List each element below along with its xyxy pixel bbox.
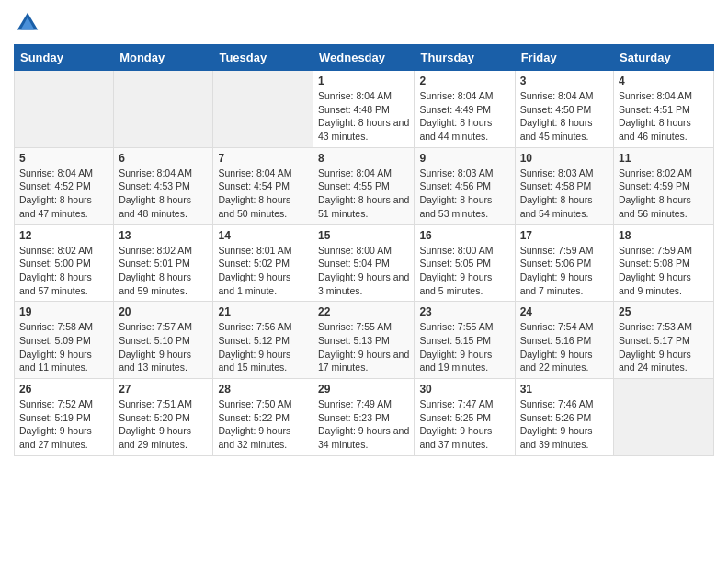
day-number: 13 xyxy=(119,229,208,242)
day-info: Sunrise: 8:03 AM Sunset: 4:56 PM Dayligh… xyxy=(419,167,509,221)
calendar-cell: 16Sunrise: 8:00 AM Sunset: 5:05 PM Dayli… xyxy=(415,224,515,302)
weekday-header-wednesday: Wednesday xyxy=(313,45,415,71)
day-number: 6 xyxy=(119,152,208,165)
calendar-cell: 30Sunrise: 7:47 AM Sunset: 5:25 PM Dayli… xyxy=(415,379,515,456)
day-info: Sunrise: 8:01 AM Sunset: 5:02 PM Dayligh… xyxy=(218,244,308,298)
calendar-cell: 29Sunrise: 7:49 AM Sunset: 5:23 PM Dayli… xyxy=(313,379,415,456)
day-number: 17 xyxy=(520,229,609,242)
calendar-cell: 11Sunrise: 8:02 AM Sunset: 4:59 PM Dayli… xyxy=(614,147,714,224)
calendar-cell: 5Sunrise: 8:04 AM Sunset: 4:52 PM Daylig… xyxy=(15,147,114,224)
calendar-cell xyxy=(213,71,313,148)
day-number: 30 xyxy=(419,383,509,396)
weekday-header-thursday: Thursday xyxy=(415,45,515,71)
calendar-cell: 31Sunrise: 7:46 AM Sunset: 5:26 PM Dayli… xyxy=(515,379,613,456)
calendar-cell: 3Sunrise: 8:04 AM Sunset: 4:50 PM Daylig… xyxy=(515,71,613,148)
week-row-1: 1Sunrise: 8:04 AM Sunset: 4:48 PM Daylig… xyxy=(15,71,714,148)
page-container: SundayMondayTuesdayWednesdayThursdayFrid… xyxy=(0,0,728,465)
day-info: Sunrise: 8:04 AM Sunset: 4:50 PM Dayligh… xyxy=(520,89,609,144)
day-number: 23 xyxy=(419,305,509,318)
day-number: 16 xyxy=(419,229,509,242)
calendar-cell: 2Sunrise: 8:04 AM Sunset: 4:49 PM Daylig… xyxy=(415,71,515,148)
calendar-cell xyxy=(114,71,213,148)
calendar-cell: 7Sunrise: 8:04 AM Sunset: 4:54 PM Daylig… xyxy=(213,147,313,224)
header xyxy=(14,9,714,37)
day-number: 5 xyxy=(19,152,108,165)
day-number: 22 xyxy=(318,305,409,318)
day-info: Sunrise: 8:04 AM Sunset: 4:53 PM Dayligh… xyxy=(119,167,208,221)
calendar-cell: 9Sunrise: 8:03 AM Sunset: 4:56 PM Daylig… xyxy=(415,147,515,224)
calendar-cell: 25Sunrise: 7:53 AM Sunset: 5:17 PM Dayli… xyxy=(614,302,714,379)
day-number: 18 xyxy=(619,229,709,242)
day-info: Sunrise: 7:54 AM Sunset: 5:16 PM Dayligh… xyxy=(520,320,609,374)
calendar-cell: 8Sunrise: 8:04 AM Sunset: 4:55 PM Daylig… xyxy=(313,147,415,224)
day-info: Sunrise: 8:04 AM Sunset: 4:52 PM Dayligh… xyxy=(19,167,108,221)
day-info: Sunrise: 8:04 AM Sunset: 4:48 PM Dayligh… xyxy=(318,89,409,144)
day-info: Sunrise: 7:56 AM Sunset: 5:12 PM Dayligh… xyxy=(218,320,308,374)
day-number: 8 xyxy=(318,152,409,165)
day-number: 19 xyxy=(19,305,108,318)
calendar-cell: 17Sunrise: 7:59 AM Sunset: 5:06 PM Dayli… xyxy=(515,224,613,302)
day-info: Sunrise: 7:50 AM Sunset: 5:22 PM Dayligh… xyxy=(218,397,308,452)
day-number: 3 xyxy=(520,75,609,87)
day-number: 11 xyxy=(619,152,709,165)
day-number: 28 xyxy=(218,383,308,396)
calendar-cell xyxy=(614,379,714,456)
calendar-table: SundayMondayTuesdayWednesdayThursdayFrid… xyxy=(14,44,714,456)
weekday-header-friday: Friday xyxy=(515,45,613,71)
calendar-cell: 23Sunrise: 7:55 AM Sunset: 5:15 PM Dayli… xyxy=(415,302,515,379)
calendar-cell: 1Sunrise: 8:04 AM Sunset: 4:48 PM Daylig… xyxy=(313,71,415,148)
week-row-5: 26Sunrise: 7:52 AM Sunset: 5:19 PM Dayli… xyxy=(15,379,714,456)
day-info: Sunrise: 7:52 AM Sunset: 5:19 PM Dayligh… xyxy=(19,397,108,452)
day-number: 31 xyxy=(520,383,609,396)
day-info: Sunrise: 8:04 AM Sunset: 4:51 PM Dayligh… xyxy=(619,89,709,144)
day-info: Sunrise: 8:03 AM Sunset: 4:58 PM Dayligh… xyxy=(520,167,609,221)
calendar-cell: 24Sunrise: 7:54 AM Sunset: 5:16 PM Dayli… xyxy=(515,302,613,379)
day-info: Sunrise: 8:02 AM Sunset: 4:59 PM Dayligh… xyxy=(619,167,709,221)
calendar-cell: 28Sunrise: 7:50 AM Sunset: 5:22 PM Dayli… xyxy=(213,379,313,456)
weekday-header-saturday: Saturday xyxy=(614,45,714,71)
day-number: 20 xyxy=(119,305,208,318)
calendar-cell: 13Sunrise: 8:02 AM Sunset: 5:01 PM Dayli… xyxy=(114,224,213,302)
calendar-cell: 4Sunrise: 8:04 AM Sunset: 4:51 PM Daylig… xyxy=(614,71,714,148)
day-number: 7 xyxy=(218,152,308,165)
day-number: 14 xyxy=(218,229,308,242)
day-info: Sunrise: 7:47 AM Sunset: 5:25 PM Dayligh… xyxy=(419,397,509,452)
day-info: Sunrise: 7:55 AM Sunset: 5:13 PM Dayligh… xyxy=(318,320,409,374)
day-number: 25 xyxy=(619,305,709,318)
day-number: 29 xyxy=(318,383,409,396)
weekday-header-tuesday: Tuesday xyxy=(213,45,313,71)
day-info: Sunrise: 8:00 AM Sunset: 5:05 PM Dayligh… xyxy=(419,244,509,298)
day-number: 9 xyxy=(419,152,509,165)
week-row-2: 5Sunrise: 8:04 AM Sunset: 4:52 PM Daylig… xyxy=(15,147,714,224)
calendar-cell: 14Sunrise: 8:01 AM Sunset: 5:02 PM Dayli… xyxy=(213,224,313,302)
calendar-cell: 22Sunrise: 7:55 AM Sunset: 5:13 PM Dayli… xyxy=(313,302,415,379)
calendar-cell xyxy=(15,71,114,148)
day-info: Sunrise: 7:59 AM Sunset: 5:08 PM Dayligh… xyxy=(619,244,709,298)
calendar-cell: 27Sunrise: 7:51 AM Sunset: 5:20 PM Dayli… xyxy=(114,379,213,456)
day-number: 24 xyxy=(520,305,609,318)
calendar-cell: 15Sunrise: 8:00 AM Sunset: 5:04 PM Dayli… xyxy=(313,224,415,302)
day-number: 15 xyxy=(318,229,409,242)
day-info: Sunrise: 7:46 AM Sunset: 5:26 PM Dayligh… xyxy=(520,397,609,452)
logo-icon xyxy=(14,9,41,37)
day-number: 2 xyxy=(419,75,509,87)
calendar-cell: 10Sunrise: 8:03 AM Sunset: 4:58 PM Dayli… xyxy=(515,147,613,224)
weekday-header-monday: Monday xyxy=(114,45,213,71)
day-number: 10 xyxy=(520,152,609,165)
calendar-cell: 19Sunrise: 7:58 AM Sunset: 5:09 PM Dayli… xyxy=(15,302,114,379)
weekday-header-row: SundayMondayTuesdayWednesdayThursdayFrid… xyxy=(15,45,714,71)
day-info: Sunrise: 7:58 AM Sunset: 5:09 PM Dayligh… xyxy=(19,320,108,374)
calendar-cell: 21Sunrise: 7:56 AM Sunset: 5:12 PM Dayli… xyxy=(213,302,313,379)
day-info: Sunrise: 8:02 AM Sunset: 5:01 PM Dayligh… xyxy=(119,244,208,298)
day-number: 1 xyxy=(318,75,409,87)
day-info: Sunrise: 8:04 AM Sunset: 4:54 PM Dayligh… xyxy=(218,167,308,221)
day-number: 4 xyxy=(619,75,709,87)
weekday-header-sunday: Sunday xyxy=(15,45,114,71)
day-info: Sunrise: 7:57 AM Sunset: 5:10 PM Dayligh… xyxy=(119,320,208,374)
calendar-cell: 26Sunrise: 7:52 AM Sunset: 5:19 PM Dayli… xyxy=(15,379,114,456)
day-number: 21 xyxy=(218,305,308,318)
day-info: Sunrise: 7:55 AM Sunset: 5:15 PM Dayligh… xyxy=(419,320,509,374)
logo xyxy=(14,9,45,37)
week-row-4: 19Sunrise: 7:58 AM Sunset: 5:09 PM Dayli… xyxy=(15,302,714,379)
calendar-cell: 12Sunrise: 8:02 AM Sunset: 5:00 PM Dayli… xyxy=(15,224,114,302)
